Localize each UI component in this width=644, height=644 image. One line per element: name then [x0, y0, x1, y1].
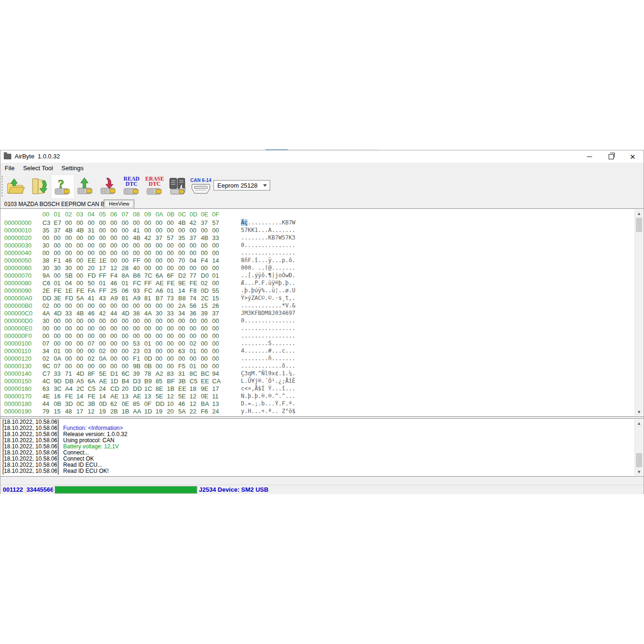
hex-byte[interactable]: 00 [167, 332, 178, 339]
hex-byte[interactable]: F1 [54, 257, 65, 264]
hex-byte[interactable]: 19 [156, 408, 167, 415]
hex-byte[interactable]: 15 [212, 295, 223, 302]
hex-byte[interactable]: 18 [190, 385, 201, 392]
hex-byte[interactable]: C6 [42, 280, 54, 287]
hex-byte[interactable]: 9E [201, 385, 212, 392]
hex-byte[interactable]: 24 [99, 385, 110, 392]
scroll-down-icon[interactable]: ▼ [635, 468, 643, 476]
hex-byte[interactable]: 01 [144, 340, 156, 347]
hex-byte[interactable]: 93 [133, 287, 144, 294]
hex-byte[interactable]: 43 [99, 295, 110, 302]
hex-byte[interactable]: 00 [88, 347, 99, 355]
hex-byte[interactable]: 9D [54, 378, 65, 385]
hex-byte[interactable]: 0B [144, 363, 156, 370]
hex-byte[interactable]: 01 [190, 347, 201, 355]
hex-byte[interactable]: 00 [212, 227, 223, 234]
hex-byte[interactable]: 07 [42, 340, 54, 347]
hex-byte[interactable]: 17 [212, 385, 223, 392]
hex-byte[interactable]: 00 [144, 227, 156, 234]
hex-byte[interactable]: 00 [54, 302, 65, 309]
hex-byte[interactable]: 00 [156, 302, 167, 309]
hex-byte[interactable]: 42 [190, 219, 201, 226]
hex-byte[interactable]: 4B [65, 227, 76, 234]
hex-byte[interactable]: 00 [42, 234, 54, 241]
hex-byte[interactable]: 30 [42, 242, 54, 249]
hex-byte[interactable]: 31 [88, 227, 99, 234]
hex-byte[interactable]: 00 [65, 355, 76, 362]
hex-byte[interactable]: 00 [144, 264, 156, 272]
hex-byte[interactable]: FF [99, 287, 110, 294]
hex-byte[interactable]: BF [167, 378, 178, 385]
hex-byte[interactable]: 00 [65, 340, 76, 347]
hex-byte[interactable]: A4 [65, 385, 76, 392]
hex-byte[interactable]: 00 [156, 340, 167, 347]
hex-byte[interactable]: 00 [190, 325, 201, 332]
hex-byte[interactable]: A9 [133, 295, 144, 302]
hex-byte[interactable]: 00 [178, 355, 190, 362]
erase-dtc-button[interactable]: ERASE DTC [143, 174, 166, 198]
hex-byte[interactable]: 5E [99, 370, 110, 377]
hex-byte[interactable]: 39 [133, 370, 144, 377]
hex-byte[interactable]: 00 [167, 317, 178, 324]
hex-byte[interactable]: 81 [122, 295, 133, 302]
hex-byte[interactable]: 1C [144, 385, 156, 392]
hex-byte[interactable]: 00 [212, 242, 223, 249]
hex-byte[interactable]: 00 [76, 219, 88, 226]
title-bar[interactable]: AirByte 1.0.0.32 ✕ [0, 150, 644, 163]
hex-byte[interactable]: 0A [54, 355, 65, 362]
hex-byte[interactable]: 34 [42, 347, 54, 355]
hex-byte[interactable]: 4D [54, 310, 65, 317]
hex-byte[interactable]: 00 [201, 347, 212, 355]
hex-byte[interactable]: AE [133, 393, 144, 400]
hex-byte[interactable]: 6F [167, 272, 178, 279]
hex-byte[interactable]: CA [212, 378, 223, 385]
hex-byte[interactable]: 14 [178, 287, 190, 294]
hex-byte[interactable]: 0D [144, 355, 156, 362]
hex-byte[interactable]: 30 [42, 264, 54, 272]
hex-byte[interactable]: 37 [201, 219, 212, 226]
hex-byte[interactable]: 2B [110, 408, 122, 415]
hex-byte[interactable]: 00 [212, 317, 223, 324]
hex-byte[interactable]: 5A [76, 295, 88, 302]
hex-byte[interactable]: A6 [156, 287, 167, 294]
hex-byte[interactable]: AE [99, 378, 110, 385]
hex-byte[interactable]: 00 [110, 302, 122, 309]
hex-byte[interactable]: 00 [144, 249, 156, 256]
hex-byte[interactable]: 00 [144, 325, 156, 332]
hex-byte[interactable]: 00 [76, 257, 88, 264]
hex-byte[interactable]: 00 [178, 227, 190, 234]
hex-byte[interactable]: 0E [201, 393, 212, 400]
hex-byte[interactable]: FF [99, 272, 110, 279]
hex-ascii[interactable]: ........S....... [241, 340, 296, 347]
hex-byte[interactable]: 37 [212, 310, 223, 317]
hex-byte[interactable]: 4E [42, 393, 54, 400]
hex-byte[interactable]: 14 [212, 257, 223, 264]
hex-byte[interactable]: C5 [88, 385, 99, 392]
hex-byte[interactable]: 55 [212, 287, 223, 294]
hex-byte[interactable]: F4 [201, 257, 212, 264]
close-button[interactable]: ✕ [622, 150, 644, 163]
hex-byte[interactable]: 00 [212, 340, 223, 347]
hex-byte[interactable]: 00 [54, 242, 65, 249]
hex-byte[interactable]: FE [76, 287, 88, 294]
hex-byte[interactable]: 00 [88, 242, 99, 249]
hex-byte[interactable]: 33 [167, 310, 178, 317]
hex-byte[interactable]: 00 [88, 302, 99, 309]
hex-byte[interactable]: 00 [110, 227, 122, 234]
menu-select-tool[interactable]: Select Tool [19, 164, 57, 173]
can-connector-button[interactable]: CAN 6-14 [190, 174, 212, 198]
hex-byte[interactable]: 00 [76, 332, 88, 339]
hex-byte[interactable]: 01 [190, 363, 201, 370]
hex-byte[interactable]: 00 [122, 234, 133, 241]
hex-byte[interactable]: 13 [144, 393, 156, 400]
hex-byte[interactable]: 00 [110, 249, 122, 256]
hex-ascii[interactable]: ................ [241, 332, 296, 339]
hex-byte[interactable]: 30 [65, 264, 76, 272]
hex-byte[interactable]: 62 [110, 400, 122, 407]
hex-byte[interactable]: 00 [133, 249, 144, 256]
hex-byte[interactable]: 00 [88, 317, 99, 324]
hex-byte[interactable]: 63 [42, 385, 54, 392]
hex-byte[interactable]: 37 [190, 234, 201, 241]
hex-byte[interactable]: 12 [167, 393, 178, 400]
hex-byte[interactable]: 00 [156, 257, 167, 264]
